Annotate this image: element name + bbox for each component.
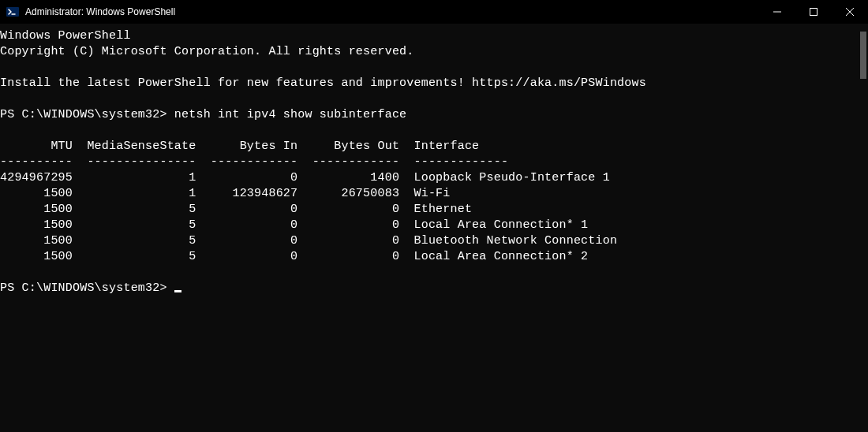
prompt: PS C:\WINDOWS\system32> <box>0 281 174 295</box>
table-divider: ---------- --------------- ------------ … <box>0 155 508 169</box>
table-row: 1500 5 0 0 Local Area Connection* 2 <box>0 250 588 263</box>
install-hint: Install the latest PowerShell for new fe… <box>0 76 646 90</box>
powershell-icon <box>6 6 19 18</box>
minimize-button[interactable] <box>759 0 795 24</box>
svg-rect-0 <box>6 7 19 17</box>
prompt: PS C:\WINDOWS\system32> <box>0 108 174 121</box>
banner-line: Windows PowerShell <box>0 29 131 43</box>
close-button[interactable] <box>832 0 868 24</box>
cursor <box>174 290 181 292</box>
table-row: 1500 5 0 0 Bluetooth Network Connection <box>0 234 617 248</box>
titlebar: Administrator: Windows PowerShell <box>0 0 868 24</box>
table-row: 1500 5 0 0 Local Area Connection* 1 <box>0 218 588 232</box>
scrollbar-thumb[interactable] <box>860 32 866 79</box>
window-controls <box>759 0 868 24</box>
table-row: 1500 5 0 0 Ethernet <box>0 203 472 216</box>
table-row: 4294967295 1 0 1400 Loopback Pseudo-Inte… <box>0 171 610 184</box>
table-header: MTU MediaSenseState Bytes In Bytes Out I… <box>0 140 479 153</box>
svg-rect-3 <box>810 9 817 16</box>
table-row: 1500 1 123948627 26750083 Wi-Fi <box>0 187 451 200</box>
terminal-output[interactable]: Windows PowerShell Copyright (C) Microso… <box>0 24 868 432</box>
banner-line: Copyright (C) Microsoft Corporation. All… <box>0 45 413 58</box>
window-title: Administrator: Windows PowerShell <box>25 6 759 17</box>
maximize-button[interactable] <box>795 0 832 24</box>
command: netsh int ipv4 show subinterface <box>174 108 406 121</box>
